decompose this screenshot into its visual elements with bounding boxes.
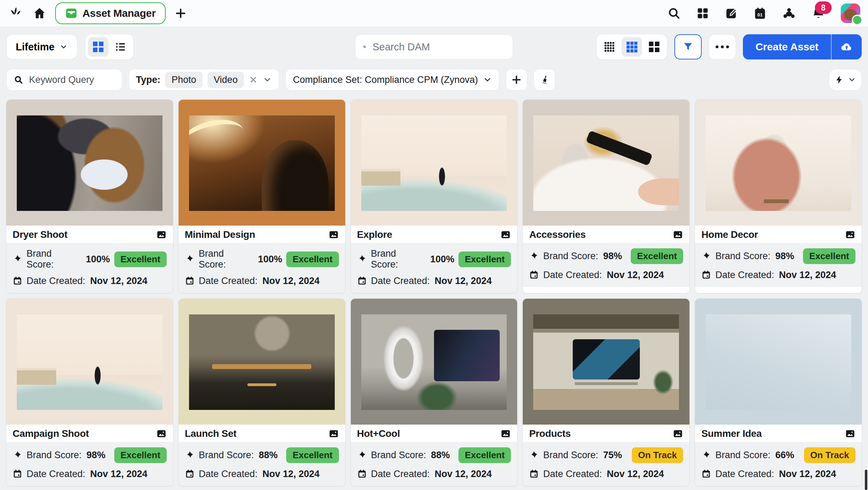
status-badge: Excellent xyxy=(458,251,511,267)
online-status-dot xyxy=(852,15,862,25)
app-logo-icon xyxy=(8,5,24,21)
density-medium-button[interactable] xyxy=(622,37,642,57)
image-type-icon xyxy=(673,229,683,240)
notification-count-badge: 8 xyxy=(815,1,832,14)
image-type-icon xyxy=(845,229,855,240)
list-view-button[interactable] xyxy=(110,37,131,57)
asset-thumbnail[interactable] xyxy=(695,299,862,425)
brand-score-icon xyxy=(13,450,22,460)
more-options-button[interactable] xyxy=(709,34,736,59)
image-type-icon xyxy=(845,428,855,439)
asset-meta: Brand Score:66% On Track Date Created:No… xyxy=(695,442,862,486)
image-type-icon xyxy=(328,229,339,240)
scrollbar[interactable] xyxy=(865,0,868,490)
time-range-dropdown[interactable]: Lifetime xyxy=(6,34,77,59)
compose-button[interactable] xyxy=(725,7,738,20)
asset-card[interactable]: Minimal Design Brand Score:100% Excellen… xyxy=(179,100,345,293)
broom-icon xyxy=(539,74,550,85)
calendar-button[interactable]: 01 xyxy=(753,7,767,20)
asset-card[interactable]: Products Brand Score:75% On Track Date C… xyxy=(523,299,689,486)
lightning-icon xyxy=(834,75,844,85)
image-type-icon xyxy=(500,229,511,240)
status-badge: Excellent xyxy=(114,251,167,267)
density-medium-icon xyxy=(627,42,637,52)
funnel-icon xyxy=(682,41,694,52)
asset-thumbnail[interactable] xyxy=(179,299,345,425)
image-type-icon xyxy=(673,428,683,439)
automation-button[interactable] xyxy=(829,69,862,91)
status-badge: On Track xyxy=(632,447,683,463)
asset-title: Explore xyxy=(357,229,497,240)
calendar-icon xyxy=(185,469,195,479)
asset-meta: Brand Score:100% Excellent Date Created:… xyxy=(179,243,345,293)
calendar-icon xyxy=(701,469,711,479)
notifications-button[interactable]: 8 xyxy=(811,6,825,20)
keyword-query-input[interactable] xyxy=(28,74,115,86)
dam-search-input[interactable] xyxy=(372,41,505,53)
svg-text:01: 01 xyxy=(758,12,763,17)
asset-thumbnail[interactable] xyxy=(523,299,689,425)
type-chip-photo[interactable]: Photo xyxy=(165,72,203,88)
asset-card[interactable]: Accessories Brand Score:98% Excellent Da… xyxy=(523,100,689,293)
chevron-down-icon xyxy=(848,76,856,84)
asset-title: Summer Idea xyxy=(701,428,841,439)
asset-grid: Dryer Shoot Brand Score:100% Excellent D… xyxy=(0,100,868,490)
calendar-icon xyxy=(529,270,539,280)
calendar-icon xyxy=(13,276,22,286)
asset-thumbnail[interactable] xyxy=(6,299,173,425)
type-chip-video[interactable]: Video xyxy=(208,72,244,88)
density-large-icon xyxy=(649,42,659,52)
density-small-button[interactable] xyxy=(599,37,620,57)
chevron-down-icon[interactable] xyxy=(263,75,272,84)
scrollbar-thumb[interactable] xyxy=(865,470,867,490)
asset-title: Hot+Cool xyxy=(357,428,497,439)
asset-card[interactable]: Explore Brand Score:100% Excellent Date … xyxy=(351,100,518,293)
grid-view-button[interactable] xyxy=(88,37,108,57)
asset-meta: Brand Score:98% Excellent Date Created:N… xyxy=(695,243,862,287)
asset-thumbnail[interactable] xyxy=(6,100,173,226)
asset-card[interactable]: Dryer Shoot Brand Score:100% Excellent D… xyxy=(6,100,173,293)
asset-card[interactable]: Hot+Cool Brand Score:88% Excellent Date … xyxy=(351,299,518,486)
chevron-down-icon xyxy=(59,43,68,51)
asset-thumbnail[interactable] xyxy=(695,100,862,226)
new-tab-button[interactable] xyxy=(175,7,187,19)
asset-card[interactable]: Campaign Shoot Brand Score:98% Excellent… xyxy=(6,299,173,486)
filters-button[interactable] xyxy=(674,34,702,59)
user-avatar[interactable] xyxy=(841,3,860,23)
asset-thumbnail[interactable] xyxy=(351,299,518,425)
asset-card[interactable]: Summer Idea Brand Score:66% On Track Dat… xyxy=(695,299,862,486)
create-asset-button[interactable]: Create Asset xyxy=(743,34,862,59)
status-badge: Excellent xyxy=(458,447,511,463)
apps-grid-button[interactable] xyxy=(696,7,709,20)
brand-score-icon xyxy=(13,254,22,264)
asset-thumbnail[interactable] xyxy=(351,100,518,226)
brand-score-icon xyxy=(185,254,195,264)
home-button[interactable] xyxy=(33,7,46,20)
status-badge: Excellent xyxy=(631,248,683,264)
image-type-icon xyxy=(328,428,339,439)
status-badge: Excellent xyxy=(114,447,167,463)
status-badge: Excellent xyxy=(286,447,339,463)
time-range-label: Lifetime xyxy=(16,41,55,53)
topbar-actions: 01 8 xyxy=(667,3,860,23)
chevron-down-icon xyxy=(483,75,492,84)
asset-thumbnail[interactable] xyxy=(179,100,345,226)
type-filter[interactable]: Type: Photo Video xyxy=(129,69,279,91)
tab-label: Asset Manager xyxy=(82,7,156,19)
asset-thumbnail[interactable] xyxy=(523,100,689,226)
upload-asset-button[interactable] xyxy=(832,34,862,59)
teams-button[interactable] xyxy=(782,6,796,20)
density-large-button[interactable] xyxy=(644,37,664,57)
clear-filter-icon[interactable] xyxy=(249,75,258,84)
clear-filters-button[interactable] xyxy=(534,69,555,91)
toolbar-right: Create Asset xyxy=(596,34,862,60)
compliance-set-filter[interactable]: Compliance Set: Compliance CPM (Zynova) xyxy=(285,69,499,91)
keyword-query-field xyxy=(6,69,122,91)
asset-title: Launch Set xyxy=(185,428,325,439)
asset-title: Accessories xyxy=(529,229,669,240)
asset-card[interactable]: Launch Set Brand Score:88% Excellent Dat… xyxy=(179,299,345,486)
asset-card[interactable]: Home Decor Brand Score:98% Excellent Dat… xyxy=(695,100,862,293)
tab-asset-manager[interactable]: Asset Manager xyxy=(55,2,166,24)
global-search-button[interactable] xyxy=(667,7,681,20)
add-filter-button[interactable] xyxy=(506,69,527,91)
